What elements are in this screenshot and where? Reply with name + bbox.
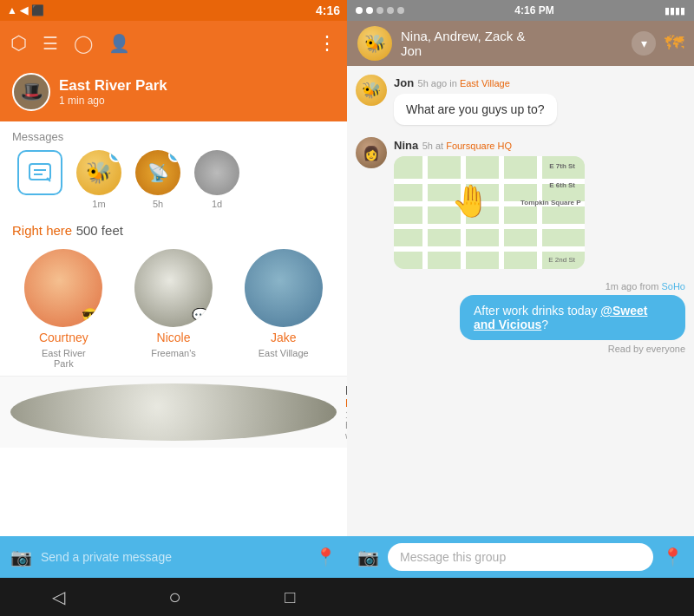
jon-name: Jon [394, 76, 414, 89]
map-hand-emoji: 🤚 [451, 183, 490, 220]
nearby-distance: 500 feet [76, 223, 123, 238]
camera-icon[interactable]: 📷 [10, 547, 32, 567]
toolbar-list-icon[interactable]: ☰ [43, 33, 58, 54]
person-loc-jake: East Village [259, 348, 309, 358]
person-name-nicole: Nicole [157, 331, 191, 344]
person-name-jake: Jake [271, 331, 297, 344]
outgoing-meta: 1m ago from SoHo [606, 281, 685, 292]
group-name: Nina, Andrew, Zack &Jon [401, 29, 623, 58]
nina-venue[interactable]: Foursquare HQ [446, 141, 512, 151]
toolbar-profile-icon[interactable]: 👤 [108, 33, 130, 54]
jon-meta: Jon 5h ago in East Village [394, 75, 557, 90]
right-content: 🐝 Jon 5h ago in East Village What are yo… [347, 66, 694, 536]
right-bottom-bar: 📷 📍 [347, 536, 694, 578]
right-pin-icon[interactable]: 📍 [662, 547, 684, 567]
right-header: 🐝 Nina, Andrew, Zack &Jon ▾ 🗺 [347, 21, 694, 66]
msg-circle-2[interactable]: 📡 5h [135, 150, 180, 209]
person-nicole[interactable]: 💬 Nicole Freeman's [119, 249, 229, 369]
person-avatar-nicole[interactable]: 💬 [134, 249, 213, 327]
group-avatar: 🐝 [357, 26, 392, 61]
toolbar-hex-icon[interactable]: ⬡ [10, 32, 27, 55]
right-status-bar: 4:16 PM ▮▮▮▮ [347, 0, 694, 21]
compose-circle[interactable] [17, 150, 62, 195]
chat-message-nina: 👩 Nina 5h at Foursquare HQ [356, 137, 685, 269]
msg-avatar-2[interactable]: 📡 [135, 150, 180, 195]
map-icon[interactable]: 🗺 [665, 32, 684, 55]
friend-row[interactable]: Nicole Freeman's 15m ago · Brunch with N… [0, 376, 347, 448]
signal-icon: ▲ ◀ ⬛ [7, 4, 44, 16]
toolbar-more-icon[interactable]: ⋮ [318, 32, 337, 55]
nicole-badge: 💬 [192, 307, 209, 324]
jon-bubble: What are you guys up to? [394, 94, 557, 125]
nina-map-bubble[interactable]: 🤚 E 7th St E 6th St Tompkin Square P E 2… [394, 156, 585, 269]
person-jake[interactable]: Jake East Village [228, 249, 338, 369]
outgoing-venue[interactable]: SoHo [661, 281, 685, 292]
person-loc-courtney: East RiverPark [42, 348, 86, 369]
toolbar-chat-icon[interactable]: ◯ [74, 33, 93, 54]
messages-label: Messages [12, 130, 335, 143]
header-time: 1 min ago [59, 95, 167, 107]
nav-bar: ◁ ○ □ [0, 578, 347, 616]
msg-avatar-3[interactable] [194, 150, 239, 195]
back-button[interactable]: ◁ [52, 587, 65, 607]
nina-name: Nina [394, 139, 418, 152]
right-battery-icon: ▮▮▮▮ [665, 5, 685, 16]
msg-avatar-1[interactable]: 🐝 [76, 150, 121, 195]
right-status-dots [356, 7, 404, 14]
circle-time-2: 5h [153, 199, 163, 209]
nina-avatar: 👩 [356, 137, 387, 168]
left-bottom-bar: 📷 📍 [0, 536, 347, 578]
left-status-time: 4:16 [316, 3, 340, 17]
right-status-time: 4:16 PM [514, 4, 553, 16]
circle-time-1: 1m [92, 199, 105, 209]
msg-circle-3[interactable]: 1d [194, 150, 239, 209]
outgoing-bubble: After work drinks today @Sweet and Vicio… [460, 295, 685, 340]
outgoing-highlight: @Sweet and Vicious [474, 304, 647, 331]
person-name-courtney: Courtney [39, 331, 88, 344]
header-avatar [12, 73, 50, 111]
location-pin-icon[interactable]: 📍 [315, 547, 337, 567]
courtney-badge: 😎 [82, 307, 99, 324]
jon-time: 5h ago in [418, 78, 460, 88]
group-message-input[interactable] [388, 543, 653, 571]
nearby-label: Right here [12, 223, 72, 238]
msg-circle-1[interactable]: 🐝 1m [76, 150, 121, 209]
jon-avatar: 🐝 [356, 75, 387, 106]
nina-meta: Nina 5h at Foursquare HQ [394, 137, 585, 153]
read-receipt: Read by everyone [608, 344, 685, 354]
person-loc-nicole: Freeman's [151, 348, 196, 358]
jon-venue[interactable]: East Village [460, 78, 510, 88]
person-courtney[interactable]: 😎 Courtney East RiverPark [9, 249, 119, 369]
nina-time: 5h at [422, 141, 447, 151]
outgoing-message: 1m ago from SoHo After work drinks today… [356, 281, 685, 354]
svg-rect-0 [29, 164, 50, 180]
circle-time-3: 1d [212, 199, 222, 209]
home-button[interactable]: ○ [168, 585, 181, 609]
right-camera-icon[interactable]: 📷 [357, 547, 379, 567]
recent-button[interactable]: □ [285, 587, 295, 607]
header-group-name: East River Park [59, 77, 167, 95]
expand-button[interactable]: ▾ [632, 31, 656, 56]
chat-message-jon: 🐝 Jon 5h ago in East Village What are yo… [356, 75, 685, 125]
person-avatar-courtney[interactable]: 😎 [24, 249, 102, 327]
compose-item[interactable] [17, 150, 62, 199]
person-avatar-jake[interactable] [245, 249, 323, 327]
private-message-input[interactable] [41, 550, 306, 564]
friend-avatar [10, 383, 337, 441]
